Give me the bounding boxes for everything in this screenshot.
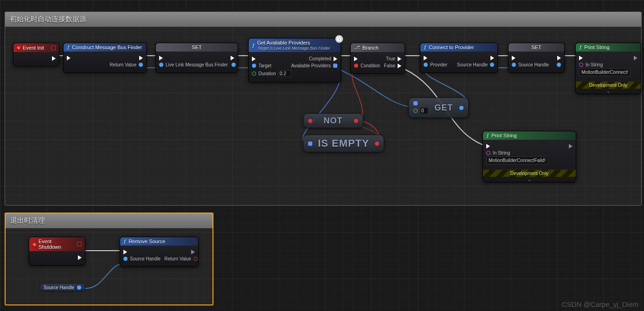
false-pin[interactable]: False: [384, 63, 401, 68]
node-array-get[interactable]: GET: [408, 97, 469, 118]
exec-out-pin[interactable]: [52, 56, 56, 61]
node-header: ƒ Print String: [483, 131, 576, 140]
node-remove-source[interactable]: ƒ Remove Source Source Handle Return Val…: [120, 237, 199, 267]
bool-out-pin[interactable]: [375, 142, 379, 146]
value-out-pin[interactable]: [77, 285, 81, 290]
node-print-string-1[interactable]: ƒ Print String In String MotionBuilderCo…: [575, 43, 641, 94]
in-string-pin[interactable]: In String: [486, 150, 510, 156]
latent-icon: 🕓: [335, 35, 343, 43]
exec-in-pin[interactable]: [252, 57, 256, 61]
function-icon: ƒ: [424, 45, 426, 50]
node-title: Print String: [491, 133, 516, 138]
target-pin[interactable]: Target: [252, 63, 271, 68]
node-header: ◆ Event Shutdown: [29, 237, 85, 251]
node-header: SET: [156, 43, 238, 52]
node-title: SET: [531, 45, 541, 50]
watermark: CSDN @Carpe_yj_Diem: [562, 300, 638, 308]
node-get-providers[interactable]: 🕓 ƒ Get Available Providers Target is Li…: [248, 38, 341, 83]
node-header: ƒ Get Available Providers Target is Live…: [249, 39, 341, 52]
exec-out-pin[interactable]: [634, 56, 638, 60]
bool-in-pin[interactable]: [308, 119, 312, 123]
index-input[interactable]: [420, 107, 428, 114]
duration-input[interactable]: [278, 70, 291, 77]
return-value-pin[interactable]: Return Value: [164, 256, 198, 261]
node-header: ƒ Print String: [576, 43, 641, 52]
exec-out-pin[interactable]: [231, 56, 234, 60]
in-string-pin[interactable]: In String: [579, 62, 603, 67]
node-is-empty[interactable]: IS EMPTY: [303, 135, 384, 152]
node-title: Remove Source: [129, 239, 165, 244]
node-title: Print String: [584, 45, 609, 50]
node-event-init[interactable]: ◆ Event Init: [13, 43, 59, 66]
exec-out-pin[interactable]: [557, 56, 561, 60]
node-set-handle[interactable]: SET Source Handle: [508, 43, 565, 73]
exec-out-pin[interactable]: [490, 56, 494, 60]
in-string-value[interactable]: MotionBuilderConnect!: [579, 68, 631, 76]
node-title: GET: [434, 103, 453, 113]
node-title: Branch: [362, 45, 379, 51]
providers-pin[interactable]: Available Providers: [291, 63, 337, 68]
source-handle-pin[interactable]: Source Handle: [457, 62, 494, 67]
value-out-pin[interactable]: [232, 63, 236, 67]
function-icon: ƒ: [67, 45, 70, 50]
node-title: SET: [192, 45, 201, 50]
node-header: SET: [509, 43, 564, 52]
event-icon: ◆: [32, 241, 36, 247]
delegate-pin[interactable]: [51, 45, 56, 50]
node-title: Get Available Providers: [257, 40, 310, 45]
exec-out-pin[interactable]: [569, 144, 573, 149]
function-icon: ƒ: [123, 239, 126, 244]
node-print-string-2[interactable]: ƒ Print String In String MotionBuilderCo…: [483, 131, 576, 182]
delegate-pin[interactable]: [77, 242, 82, 246]
dev-only-banner: Development Only: [483, 169, 576, 177]
exec-out-pin[interactable]: [139, 56, 143, 60]
node-title: Connect to Provider: [429, 45, 474, 50]
branch-icon: ⎇: [354, 45, 360, 51]
exec-out-pin[interactable]: [191, 250, 195, 254]
source-handle-pin[interactable]: Source Handle: [123, 256, 161, 261]
exec-out-pin[interactable]: [78, 255, 82, 260]
node-title: Event Init: [23, 45, 44, 51]
exec-in-pin[interactable]: [486, 144, 490, 149]
node-header: ƒ Connect to Provider: [420, 43, 497, 52]
index-pin[interactable]: [413, 107, 428, 114]
true-pin[interactable]: True: [386, 56, 401, 61]
node-not[interactable]: NOT: [303, 113, 363, 128]
exec-in-pin[interactable]: [424, 56, 427, 60]
value-out-pin[interactable]: [557, 63, 561, 67]
function-icon: ƒ: [486, 133, 489, 138]
exec-in-pin[interactable]: [67, 56, 71, 60]
node-construct-finder[interactable]: ƒ Construct Message Bus Finder Return Va…: [63, 43, 147, 73]
comment-title[interactable]: 退出时清理: [6, 214, 213, 228]
value-in-pin[interactable]: Source Handle: [512, 62, 549, 67]
node-event-shutdown[interactable]: ◆ Event Shutdown: [29, 237, 85, 266]
node-header: ƒ Remove Source: [120, 237, 198, 246]
node-connect-provider[interactable]: ƒ Connect to Provider Provider Source Ha…: [420, 43, 498, 73]
node-set-finder[interactable]: SET Live Link Message Bus Finder: [155, 43, 238, 73]
node-subtitle: Target is Live Link Message Bus Finder: [257, 46, 330, 51]
duration-pin[interactable]: Duration: [252, 70, 291, 77]
expand-icon[interactable]: ⌄: [576, 89, 641, 94]
node-branch[interactable]: ⎇ Branch True Condition False: [350, 43, 405, 74]
var-name: Source Handle: [44, 285, 74, 290]
expand-icon[interactable]: ⌄: [483, 177, 576, 182]
array-in-pin[interactable]: [308, 142, 312, 146]
function-icon: ƒ: [579, 45, 582, 50]
item-out-pin[interactable]: [459, 106, 464, 110]
comment-title[interactable]: 初始化时自动连接数据源: [5, 12, 641, 27]
node-var-source-handle[interactable]: Source Handle: [39, 283, 85, 292]
exec-in-pin[interactable]: [512, 56, 515, 60]
exec-in-pin[interactable]: [159, 56, 163, 60]
exec-in-pin[interactable]: [579, 56, 583, 60]
in-string-value[interactable]: MotionBuilderConnectFaild!: [486, 156, 548, 164]
exec-in-pin[interactable]: [354, 57, 358, 61]
return-value-pin[interactable]: Return Value: [109, 62, 143, 67]
exec-in-pin[interactable]: [123, 250, 127, 254]
array-in-pin[interactable]: [413, 101, 418, 105]
provider-pin[interactable]: Provider: [424, 62, 447, 67]
bool-out-pin[interactable]: [354, 119, 358, 123]
value-in-pin[interactable]: Live Link Message Bus Finder: [159, 62, 228, 67]
node-title: Construct Message Bus Finder: [72, 45, 142, 50]
completed-pin[interactable]: Completed: [309, 56, 337, 61]
condition-pin[interactable]: Condition: [354, 63, 380, 68]
